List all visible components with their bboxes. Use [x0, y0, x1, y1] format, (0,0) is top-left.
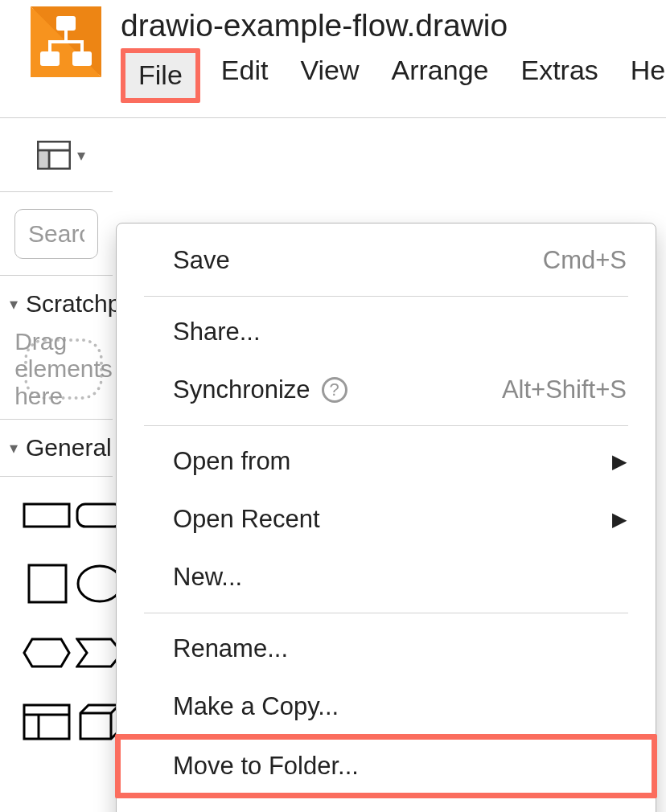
svg-rect-15 [24, 705, 69, 739]
menu-make-copy[interactable]: Make a Copy... [117, 678, 656, 736]
shape-square[interactable] [23, 562, 71, 605]
menu-share-label: Share... [173, 318, 261, 347]
svg-rect-3 [40, 51, 60, 66]
menu-new-label: New... [173, 563, 242, 592]
menu-open-recent[interactable]: Open Recent ▶ [117, 490, 656, 548]
menu-rename[interactable]: Rename... [117, 620, 656, 678]
menu-import-from[interactable]: Import from ▶ [117, 797, 656, 812]
menu-separator [144, 425, 628, 426]
menu-view[interactable]: View [289, 48, 370, 95]
svg-rect-2 [56, 16, 76, 31]
svg-rect-11 [29, 565, 66, 602]
submenu-arrow-icon: ▶ [612, 450, 627, 473]
menu-edit[interactable]: Edit [210, 48, 280, 95]
menu-synchronize[interactable]: Synchronize ? Alt+Shift+S [117, 361, 656, 419]
general-label: General [26, 434, 112, 461]
scratchpad-hint: Drag elements here [14, 328, 113, 410]
document-title: drawio-example-flow.drawio [121, 6, 666, 43]
layout-icon [37, 141, 71, 170]
menu-help[interactable]: Help [619, 48, 666, 95]
menu-separator [144, 613, 628, 613]
scratchpad-dropzone[interactable]: Drag elements here [24, 338, 103, 400]
svg-rect-4 [72, 51, 92, 66]
svg-point-12 [78, 566, 121, 601]
menu-arrange[interactable]: Arrange [380, 48, 500, 95]
app-logo [31, 6, 101, 77]
menu-save-label: Save [173, 246, 230, 275]
menu-open-recent-label: Open Recent [173, 505, 320, 534]
menu-save[interactable]: Save Cmd+S [117, 232, 656, 289]
menu-open-from-label: Open from [173, 447, 290, 476]
menu-extras[interactable]: Extras [509, 48, 609, 95]
search-input[interactable] [14, 209, 98, 259]
menubar: File Edit View Arrange Extras Help [121, 48, 666, 103]
shape-hexagon[interactable] [23, 631, 71, 675]
submenu-arrow-icon: ▶ [612, 508, 627, 531]
file-dropdown: Save Cmd+S Share... Synchronize ? Alt+Sh… [116, 223, 656, 812]
shape-rectangle[interactable] [23, 493, 71, 536]
menu-move-to-folder[interactable]: Move to Folder... [117, 737, 656, 795]
menu-file[interactable]: File [125, 53, 195, 98]
svg-marker-13 [24, 639, 69, 666]
menu-separator [144, 296, 628, 297]
shape-table[interactable] [23, 700, 71, 744]
menu-share[interactable]: Share... [117, 303, 656, 361]
menu-rename-label: Rename... [173, 634, 288, 663]
disclosure-triangle-icon: ▾ [10, 438, 18, 457]
general-section[interactable]: ▾ General [0, 420, 113, 477]
highlight-file-menu: File [121, 48, 200, 103]
menu-synchronize-shortcut: Alt+Shift+S [502, 375, 627, 404]
help-icon[interactable]: ? [322, 377, 347, 403]
caret-down-icon: ▾ [77, 146, 85, 165]
layout-button[interactable]: ▾ [37, 141, 85, 170]
menu-synchronize-label: Synchronize [173, 375, 310, 404]
svg-rect-9 [24, 504, 69, 527]
svg-rect-8 [39, 152, 47, 167]
scratchpad-section[interactable]: ▾ Scratchpad [0, 276, 113, 327]
disclosure-triangle-icon: ▾ [10, 294, 18, 314]
menu-open-from[interactable]: Open from ▶ [117, 433, 656, 490]
menu-new[interactable]: New... [117, 548, 656, 606]
menu-move-to-folder-label: Move to Folder... [173, 752, 359, 781]
shapes-grid [0, 477, 113, 744]
menu-save-shortcut: Cmd+S [543, 246, 627, 275]
menu-make-copy-label: Make a Copy... [173, 692, 339, 721]
